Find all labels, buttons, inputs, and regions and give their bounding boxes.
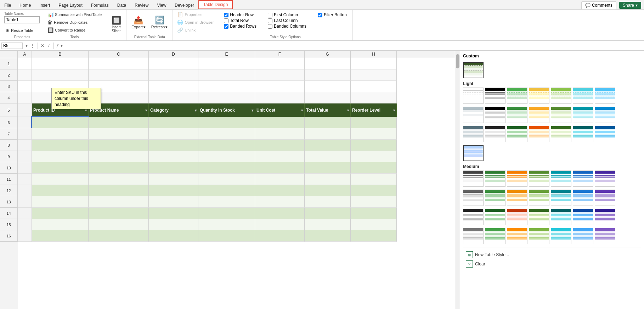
formula-input[interactable]: [64, 43, 643, 49]
data-cell[interactable]: [351, 162, 397, 174]
row-num-5[interactable]: 5: [0, 103, 18, 117]
data-cell[interactable]: [32, 196, 89, 208]
empty-cell[interactable]: [351, 81, 397, 92]
row-num-8[interactable]: 8: [0, 140, 18, 151]
data-cell[interactable]: [351, 196, 397, 208]
confirm-formula-button[interactable]: ✓: [46, 43, 52, 48]
style-swatch-light-19[interactable]: [551, 126, 571, 142]
tab-review[interactable]: Review: [130, 1, 153, 9]
style-swatch-light-13[interactable]: [573, 107, 593, 123]
style-swatch-med-12[interactable]: [551, 190, 571, 206]
style-swatch-med-27[interactable]: [573, 228, 593, 244]
summarize-pivot-button[interactable]: 📊 Summarize with PivotTable: [46, 11, 103, 18]
data-cell[interactable]: [149, 140, 198, 151]
style-swatch-med-10[interactable]: [507, 190, 527, 206]
filter-button-option[interactable]: Filter Button: [318, 12, 347, 17]
row-num-15[interactable]: 15: [0, 219, 18, 230]
style-swatch-med-9[interactable]: [485, 190, 505, 206]
data-cell[interactable]: [89, 117, 149, 128]
data-cell[interactable]: [149, 151, 198, 162]
data-cell[interactable]: [18, 128, 32, 140]
data-cell[interactable]: [255, 140, 305, 151]
style-swatch-light-21[interactable]: [595, 126, 615, 142]
empty-cell[interactable]: [18, 58, 32, 69]
empty-cell[interactable]: [89, 58, 149, 69]
style-swatch-med-16[interactable]: [485, 209, 505, 225]
style-swatch-light-18[interactable]: [529, 126, 549, 142]
first-column-option[interactable]: First Column: [268, 12, 306, 17]
total-row-checkbox[interactable]: [224, 18, 228, 23]
remove-duplicates-button[interactable]: 🗑 Remove Duplicates: [46, 19, 103, 26]
banded-columns-option[interactable]: Banded Columns: [268, 24, 306, 29]
resize-table-button[interactable]: ⊞ Resize Table: [4, 27, 35, 34]
empty-cell[interactable]: [18, 92, 32, 103]
style-swatch-med-17[interactable]: [507, 209, 527, 225]
data-cell[interactable]: [149, 162, 198, 174]
data-cell[interactable]: [18, 162, 32, 174]
data-cell[interactable]: [255, 196, 305, 208]
tab-home[interactable]: Home: [15, 1, 35, 9]
data-cell[interactable]: [305, 140, 351, 151]
data-cell[interactable]: [32, 162, 89, 174]
style-swatch-med-19[interactable]: [551, 209, 571, 225]
style-swatch-med-7[interactable]: [595, 170, 615, 187]
row-num-4[interactable]: 4: [0, 92, 18, 103]
last-column-option[interactable]: Last Column: [268, 18, 306, 23]
empty-cell[interactable]: [149, 81, 198, 92]
formula-chevron[interactable]: ▾: [59, 43, 64, 48]
data-cell[interactable]: [18, 174, 32, 185]
data-cell[interactable]: [351, 230, 397, 242]
style-swatch-med-3[interactable]: [507, 170, 527, 187]
empty-cell[interactable]: [89, 69, 149, 81]
style-swatch-light-2[interactable]: [485, 88, 505, 104]
banded-columns-checkbox[interactable]: [268, 24, 272, 29]
data-cell[interactable]: [255, 128, 305, 140]
style-swatch-med-22[interactable]: [463, 228, 484, 244]
col-header-d[interactable]: D: [149, 51, 198, 58]
data-cell[interactable]: [351, 208, 397, 219]
data-cell[interactable]: [198, 219, 255, 230]
style-swatch-light-1[interactable]: [463, 88, 484, 104]
style-swatch-med-24[interactable]: [507, 228, 527, 244]
data-cell[interactable]: [32, 219, 89, 230]
empty-cell[interactable]: [255, 58, 305, 69]
data-cell[interactable]: [89, 151, 149, 162]
style-swatch-light-5[interactable]: [551, 88, 571, 104]
empty-cell[interactable]: [32, 69, 89, 81]
col-header-e[interactable]: E: [198, 51, 255, 58]
data-cell[interactable]: [198, 128, 255, 140]
data-cell[interactable]: [198, 230, 255, 242]
tab-page-layout[interactable]: Page Layout: [54, 1, 86, 9]
data-cell[interactable]: [149, 128, 198, 140]
style-swatch-light-11[interactable]: [529, 107, 549, 123]
empty-cell[interactable]: [305, 92, 351, 103]
data-cell[interactable]: [32, 230, 89, 242]
data-cell[interactable]: [255, 230, 305, 242]
filter-dropdown-icon[interactable]: ▾: [393, 108, 395, 112]
data-cell[interactable]: [32, 151, 89, 162]
style-swatch-med-25[interactable]: [529, 228, 549, 244]
style-swatch-med-18[interactable]: [529, 209, 549, 225]
data-cell[interactable]: [149, 208, 198, 219]
data-cell[interactable]: [305, 219, 351, 230]
data-cell[interactable]: [198, 185, 255, 196]
data-cell[interactable]: [198, 208, 255, 219]
table-header-cell[interactable]: Quantity in Stock▾: [198, 103, 255, 117]
style-swatch-med-1[interactable]: [463, 170, 484, 187]
share-button[interactable]: Share ▾: [619, 2, 641, 9]
row-num-10[interactable]: 10: [0, 162, 18, 174]
tab-file[interactable]: File: [0, 1, 15, 9]
tab-formulas[interactable]: Formulas: [87, 1, 113, 9]
data-cell[interactable]: [305, 196, 351, 208]
col-header-b[interactable]: B: [32, 51, 89, 58]
convert-to-range-button[interactable]: 🔲 Convert to Range: [46, 27, 103, 34]
filter-dropdown-icon[interactable]: ▾: [347, 108, 349, 112]
style-swatch-light-22[interactable]: [463, 145, 484, 161]
data-cell[interactable]: [351, 151, 397, 162]
total-row-option[interactable]: Total Row: [224, 18, 256, 23]
data-cell[interactable]: [32, 174, 89, 185]
style-swatch-med-2[interactable]: [485, 170, 505, 187]
data-cell[interactable]: [255, 174, 305, 185]
table-header-cell[interactable]: Unit Cost▾: [255, 103, 305, 117]
style-swatch-med-28[interactable]: [595, 228, 615, 244]
